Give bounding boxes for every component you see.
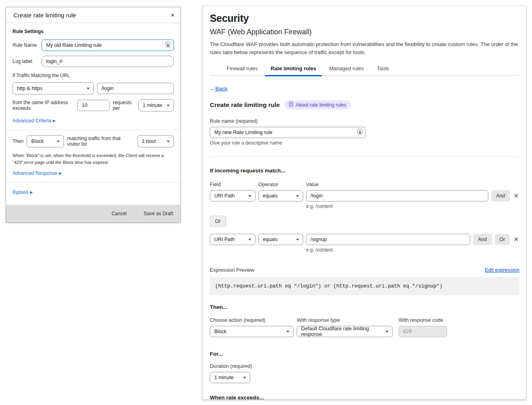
chevron-down-icon [57,141,60,143]
form-title: Create rate limiting rule [210,101,280,109]
advanced-response-link[interactable]: Advanced Response ▶ [13,170,62,176]
condition-labels: Field Operator Value [210,182,519,190]
tab-rate-limiting-rules[interactable]: Rate limiting rules [265,62,322,76]
tab-managed-rules[interactable]: Managed rules [323,62,369,76]
choose-action-label: Choose action (required) [210,317,297,323]
value-hint: e.g. /content [306,204,519,209]
match-heading: If incoming requests match... [210,168,519,174]
requests-per-text: requests per [113,100,135,111]
rule-name-row: Rule Name [13,40,174,51]
waf-tabs: Firewall rules Rate limiting rules Manag… [210,62,519,76]
response-type-label: With response type [297,317,399,323]
operator-select[interactable]: equals [258,190,303,201]
chevron-down-icon [296,195,299,197]
value-label: Value [306,182,319,187]
action-select[interactable]: Block [210,326,293,337]
rule-name-block: Rule name (required) Give your rule a de… [210,118,519,146]
save-as-draft-button[interactable]: Save as Draft [144,211,173,216]
page-description: The Cloudflare WAF provides both automat… [210,40,519,57]
then-label: Then [13,138,23,144]
divider [6,182,180,183]
password-manager-icon[interactable] [357,129,363,136]
requests-input[interactable] [77,100,110,111]
or-button[interactable]: Or [495,234,510,245]
value-input[interactable] [306,234,470,245]
matching-text: matching traffic from that visitor for [67,136,134,147]
form-title-row: Create rate limiting rule About rate lim… [210,100,519,109]
chevron-down-icon [243,377,246,379]
document-icon [289,102,293,108]
about-rate-limiting-badge[interactable]: About rate limiting rules [285,100,350,109]
dialog-header: Create rate limiting rule × [6,7,180,23]
log-label-input[interactable] [42,56,174,67]
dialog-body: Rule Settings Rule Name Log label If Tra… [6,23,180,199]
rule-name-input[interactable] [42,40,174,51]
log-label-label: Log label [13,59,42,64]
tab-tools[interactable]: Tools [371,62,395,76]
divider [6,130,180,130]
scheme-select[interactable]: http & https [13,82,94,94]
dialog-title: Create rate limiting rule [13,12,76,19]
block-note: When “Block” is set, when the threshold … [13,152,174,166]
for-heading: For... [210,351,519,357]
tab-firewall-rules[interactable]: Firewall rules [221,62,264,76]
period-select[interactable]: 1 minute [138,99,174,111]
rule-name-label: Rule Name [13,42,42,48]
threshold-row: from the same IP address exceeds request… [13,99,174,111]
page-title: Security [210,13,519,24]
remove-condition-icon[interactable]: ✕ [513,234,519,245]
and-button[interactable]: And [491,190,510,201]
or-connector-row: Or [210,216,519,227]
chevron-down-icon [167,105,170,107]
then-row: Then Block matching traffic from that vi… [13,135,174,147]
rule-name-input[interactable] [210,127,366,138]
url-input[interactable] [97,83,174,94]
field-select[interactable]: URI Path [210,234,255,245]
field-label: Field [210,182,258,187]
triangle-right-icon: ▶ [30,190,33,194]
chevron-down-icon [286,331,289,333]
then-heading: Then... [210,304,519,310]
edit-expression-link[interactable]: Edit expression [485,267,519,273]
chevron-down-icon [248,195,251,197]
action-select[interactable]: Block [27,135,64,147]
chevron-down-icon [87,88,90,90]
response-type-select[interactable]: Default Cloudflare rate limiting respons… [297,326,393,337]
duration-select[interactable]: 1 minute [210,372,250,383]
create-rate-limiting-rule-dialog: Create rate limiting rule × Rule Setting… [6,7,181,223]
remove-condition-icon[interactable]: ✕ [513,190,519,201]
expression-code: (http.request.uri.path eq "/login") or (… [210,277,519,295]
field-select[interactable]: URI Path [210,190,255,201]
triangle-right-icon: ▶ [59,171,62,175]
security-waf-panel: Security WAF (Web Application Firewall) … [202,6,526,400]
response-code-label: With response code [399,317,447,323]
operator-select[interactable]: equals [258,234,303,245]
expression-preview-row: Expression Preview Edit expression [210,267,519,273]
password-manager-icon[interactable] [165,42,171,49]
rule-settings-heading: Rule Settings [13,29,174,34]
response-code-input [399,326,447,337]
url-match-row: http & https [13,82,174,94]
condition-row-1: URI Path equals And ✕ [210,190,519,201]
or-connector-button[interactable]: Or [210,216,226,227]
rate-heading: When rate exceeds... [210,395,519,400]
block-duration-select[interactable]: 1 hour [137,135,174,147]
rule-name-label: Rule name (required) [210,118,519,124]
value-input[interactable] [306,190,488,201]
expression-preview-label: Expression Preview [210,267,254,273]
dialog-footer: Cancel Save as Draft [6,205,180,222]
back-arrow-icon: ← [210,86,215,92]
chevron-down-icon [167,141,170,143]
divider [210,156,519,157]
and-button[interactable]: And [473,234,492,245]
duration-label: Duration (required) [210,363,519,369]
chevron-down-icon [385,331,388,333]
bypass-link[interactable]: Bypass ▶ [13,189,33,195]
close-icon[interactable]: × [171,12,175,19]
cancel-button[interactable]: Cancel [112,211,127,216]
advanced-criteria-link[interactable]: Advanced Criteria ▶ [13,118,55,124]
back-link[interactable]: ←Back [210,86,228,92]
page-subtitle: WAF (Web Application Firewall) [210,28,519,36]
triangle-right-icon: ▶ [53,119,55,123]
chevron-down-icon [296,239,299,241]
